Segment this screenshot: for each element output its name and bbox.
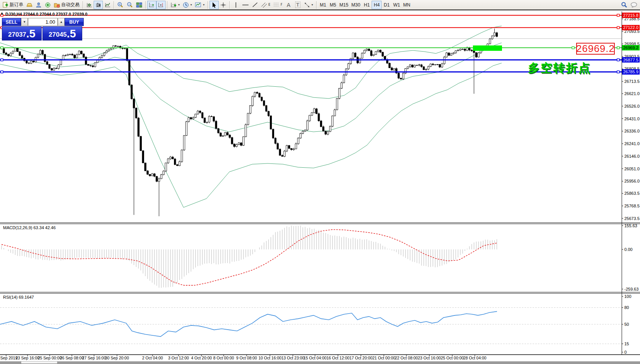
toolbar-separator: [145, 1, 146, 9]
zoom-out-button[interactable]: [125, 1, 135, 9]
buy-price-button[interactable]: 27045.5: [42, 26, 82, 40]
bar-chart-button[interactable]: [84, 1, 94, 9]
fibonacci-button[interactable]: F: [272, 1, 284, 9]
sell-price-frac: .5: [26, 28, 36, 39]
candle-body: [215, 121, 217, 128]
auto-scroll-icon: [149, 2, 155, 8]
fibonacci-glyph: F: [281, 3, 283, 6]
timeframe-button-m30[interactable]: M30: [350, 1, 362, 9]
candle-body: [240, 143, 242, 146]
timeframe-button-m5[interactable]: M5: [328, 1, 338, 9]
line-chart-icon: [105, 2, 110, 8]
new-order-label: 新订单: [10, 2, 23, 8]
crosshair-button[interactable]: [219, 1, 228, 9]
profile-button[interactable]: [34, 1, 43, 9]
trendline-button[interactable]: [250, 1, 260, 9]
candle-body: [174, 159, 176, 165]
sell-price-button[interactable]: 27037.5: [2, 26, 42, 40]
candle-body: [220, 133, 221, 136]
horizontal-scrollbar-thumb[interactable]: [21, 361, 57, 364]
indicators-button[interactable]: ▾: [169, 1, 181, 9]
buy-button[interactable]: BUY: [65, 18, 84, 26]
autotrade-button[interactable]: 自动交易: [52, 1, 81, 9]
dropdown-arrow-icon: ▾: [312, 3, 313, 6]
pivot-annotation-text[interactable]: 多空转折点: [528, 60, 591, 76]
chart-shift-button[interactable]: [156, 1, 166, 9]
chat-button[interactable]: [629, 1, 639, 9]
candle-body: [453, 53, 454, 54]
candle-body: [437, 65, 438, 65]
axis-label: 16 Oct 12:00: [326, 356, 349, 360]
tile-windows-button[interactable]: [135, 1, 144, 9]
candle-body: [97, 60, 98, 63]
line-handle[interactable]: [617, 71, 619, 73]
axis-label: 26431.0: [624, 116, 640, 121]
candle-body: [131, 85, 132, 99]
auto-scroll-button[interactable]: [147, 1, 156, 9]
candle-body: [414, 65, 415, 67]
candle-body: [258, 93, 260, 97]
volume-decrease-button[interactable]: ▼: [21, 18, 28, 26]
candle-body: [243, 137, 244, 146]
candle-body: [272, 129, 274, 138]
timeframe-button-mn[interactable]: MN: [401, 1, 412, 9]
indicators-icon: [171, 2, 177, 8]
candle-body: [140, 136, 141, 151]
buy-price-frac: .5: [67, 28, 76, 39]
zoom-in-button[interactable]: [115, 1, 125, 9]
candle-body: [15, 48, 16, 51]
line-handle[interactable]: [1, 47, 3, 49]
timeframe-button-w1[interactable]: W1: [391, 1, 401, 9]
candle-body: [165, 163, 167, 171]
cursor-button[interactable]: [210, 1, 219, 9]
timeframe-button-m15[interactable]: M15: [338, 1, 350, 9]
candle-body: [295, 144, 297, 149]
horizontal-line-button[interactable]: [240, 1, 250, 9]
horizontal-scrollbar-track[interactable]: [0, 361, 640, 364]
line-chart-button[interactable]: [103, 1, 112, 9]
periods-button[interactable]: ▾: [181, 1, 193, 9]
line-handle[interactable]: [617, 59, 619, 61]
autotrade-label: 自动交易: [61, 2, 80, 8]
shapes-button[interactable]: ▾: [302, 1, 315, 9]
channel-button[interactable]: E: [260, 1, 272, 9]
sell-button[interactable]: SELL: [2, 18, 21, 26]
candle-body: [462, 49, 463, 50]
candle-body: [10, 53, 11, 56]
candle-body: [103, 53, 105, 55]
candle-body: [382, 52, 383, 56]
signals-button[interactable]: [43, 1, 52, 9]
timeframe-button-d1[interactable]: D1: [382, 1, 391, 9]
label-button[interactable]: T: [293, 1, 302, 9]
volume-increase-button[interactable]: ▲: [58, 18, 65, 26]
new-order-button[interactable]: 新订单: [1, 1, 25, 9]
text-button[interactable]: A: [284, 1, 293, 9]
pivot-highlight-box[interactable]: [473, 45, 502, 51]
line-handle[interactable]: [617, 14, 619, 16]
fibonacci-icon: [273, 2, 279, 8]
vertical-line-button[interactable]: [231, 1, 240, 9]
candle-chart-button[interactable]: [94, 1, 103, 9]
line-handle[interactable]: [617, 26, 619, 29]
line-handle[interactable]: [617, 47, 619, 49]
profile-icon: [36, 2, 42, 8]
search-button[interactable]: [619, 1, 629, 9]
dropdown-arrow-icon: ▾: [203, 3, 205, 6]
axis-label: 26336.0: [624, 129, 640, 133]
candle-body: [370, 51, 372, 56]
templates-button[interactable]: ▾: [193, 1, 206, 9]
line-handle[interactable]: [1, 59, 3, 61]
candle-body: [348, 64, 349, 69]
line-handle[interactable]: [572, 47, 574, 49]
candle-body: [76, 55, 78, 58]
candle-body: [398, 73, 400, 78]
line-handle[interactable]: [1, 71, 3, 73]
volume-input[interactable]: 1.00: [28, 18, 58, 26]
pivot-price-callout[interactable]: 26969.2: [576, 43, 615, 55]
timeframe-button-m1[interactable]: M1: [318, 1, 328, 9]
candle-body: [334, 110, 335, 116]
timeframe-button-h4[interactable]: H4: [372, 1, 382, 9]
market-watch-button[interactable]: [25, 1, 34, 9]
timeframe-button-h1[interactable]: H1: [362, 1, 372, 9]
macd-indicator-label: MACD(12,26,9) 63.34 42.46: [3, 225, 56, 230]
